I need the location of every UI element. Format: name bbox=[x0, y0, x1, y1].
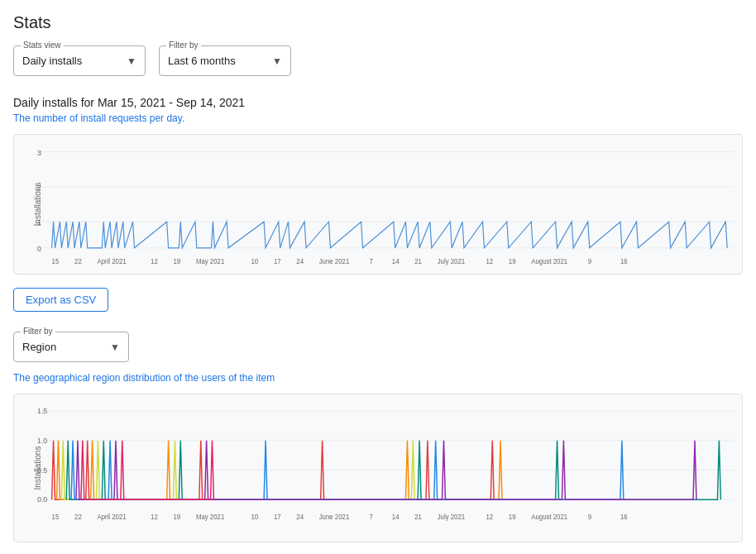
region-section: Filter by Region ▼ The geographical regi… bbox=[13, 332, 743, 542]
controls-row: Stats view Daily installs ▼ Filter by La… bbox=[13, 45, 743, 76]
filter-by-select[interactable]: Filter by Last 6 months ▼ bbox=[159, 45, 291, 76]
svg-text:July 2021: July 2021 bbox=[438, 513, 466, 521]
svg-text:12: 12 bbox=[151, 258, 158, 265]
svg-text:9: 9 bbox=[588, 258, 592, 265]
svg-text:14: 14 bbox=[392, 258, 400, 265]
chart1-subtitle: The number of install requests per day. bbox=[13, 112, 743, 124]
chart1-container: Installations 3 2 1 0 15 22 April 2021 bbox=[13, 134, 743, 275]
svg-text:22: 22 bbox=[74, 513, 82, 521]
svg-text:12: 12 bbox=[486, 513, 493, 521]
stats-view-select[interactable]: Stats view Daily installs ▼ bbox=[13, 45, 146, 76]
svg-text:19: 19 bbox=[509, 258, 516, 265]
svg-text:1: 1 bbox=[37, 218, 41, 227]
chart1-area: 3 2 1 0 15 22 April 2021 12 19 May 2021 … bbox=[37, 143, 734, 265]
svg-text:14: 14 bbox=[392, 513, 400, 521]
export-csv-button[interactable]: Export as CSV bbox=[13, 288, 108, 312]
svg-text:10: 10 bbox=[251, 258, 258, 265]
svg-text:15: 15 bbox=[52, 258, 60, 265]
chart2-area: 1.5 1.0 0.5 0.0 15 bbox=[37, 403, 734, 533]
svg-text:21: 21 bbox=[414, 258, 422, 265]
stats-view-value: Daily installs bbox=[22, 55, 82, 67]
svg-text:April 2021: April 2021 bbox=[97, 513, 127, 521]
svg-text:7: 7 bbox=[369, 258, 373, 265]
svg-text:April 2021: April 2021 bbox=[97, 258, 127, 265]
chart1-svg: 3 2 1 0 15 22 April 2021 12 19 May 2021 … bbox=[37, 143, 734, 265]
chart1-section: Daily installs for Mar 15, 2021 - Sep 14… bbox=[13, 96, 743, 275]
svg-text:12: 12 bbox=[486, 258, 493, 265]
chart2-svg: 1.5 1.0 0.5 0.0 15 bbox=[37, 403, 734, 533]
svg-text:June 2021: June 2021 bbox=[319, 513, 350, 521]
svg-text:1.0: 1.0 bbox=[37, 437, 47, 445]
svg-text:19: 19 bbox=[509, 513, 516, 521]
svg-text:16: 16 bbox=[620, 258, 628, 265]
filter-by-value: Last 6 months bbox=[168, 55, 236, 67]
chart1-title: Daily installs for Mar 15, 2021 - Sep 14… bbox=[13, 96, 743, 109]
region-filter-value: Region bbox=[22, 341, 56, 353]
svg-text:1.5: 1.5 bbox=[37, 407, 47, 415]
svg-text:12: 12 bbox=[151, 513, 158, 521]
chevron-down-icon: ▼ bbox=[110, 341, 120, 353]
svg-text:22: 22 bbox=[74, 258, 82, 265]
chevron-down-icon: ▼ bbox=[272, 55, 282, 67]
svg-text:16: 16 bbox=[620, 513, 628, 521]
svg-text:May 2021: May 2021 bbox=[196, 513, 225, 521]
svg-text:August 2021: August 2021 bbox=[531, 258, 567, 265]
svg-text:17: 17 bbox=[274, 513, 281, 521]
chart2-container: Installations 1.5 1.0 0.5 0.0 bbox=[13, 394, 743, 542]
svg-text:0.5: 0.5 bbox=[37, 466, 47, 474]
svg-text:15: 15 bbox=[52, 513, 60, 521]
svg-text:17: 17 bbox=[274, 258, 281, 265]
chevron-down-icon: ▼ bbox=[127, 55, 136, 67]
svg-text:19: 19 bbox=[173, 258, 180, 265]
svg-text:August 2021: August 2021 bbox=[531, 513, 567, 521]
svg-text:0.0: 0.0 bbox=[37, 495, 47, 504]
svg-text:9: 9 bbox=[588, 513, 592, 521]
svg-text:10: 10 bbox=[251, 513, 258, 521]
svg-text:24: 24 bbox=[296, 258, 304, 265]
svg-text:2: 2 bbox=[37, 184, 41, 192]
svg-text:19: 19 bbox=[173, 513, 180, 521]
region-filter-label: Filter by bbox=[21, 327, 55, 336]
svg-text:21: 21 bbox=[414, 513, 422, 521]
svg-text:24: 24 bbox=[296, 513, 304, 521]
page-title: Stats bbox=[13, 13, 743, 32]
svg-text:June 2021: June 2021 bbox=[319, 258, 350, 265]
filter-by-label: Filter by bbox=[166, 41, 201, 50]
svg-text:July 2021: July 2021 bbox=[438, 258, 466, 265]
svg-text:0: 0 bbox=[37, 245, 41, 253]
region-select[interactable]: Filter by Region ▼ bbox=[13, 332, 129, 362]
svg-text:3: 3 bbox=[37, 148, 41, 156]
stats-view-label: Stats view bbox=[21, 41, 64, 50]
chart2-subtitle: The geographical region distribution of … bbox=[13, 372, 743, 384]
svg-text:May 2021: May 2021 bbox=[196, 258, 225, 265]
svg-text:7: 7 bbox=[369, 513, 373, 521]
